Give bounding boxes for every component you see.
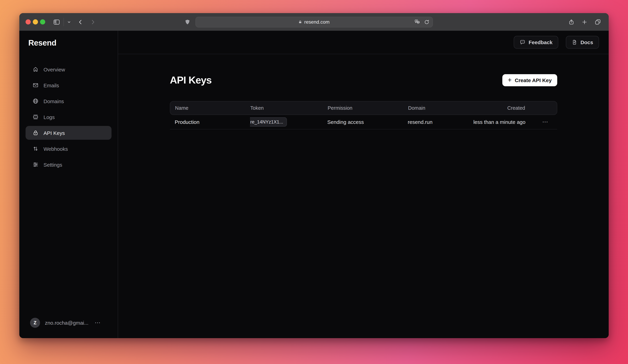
minimize-window-button[interactable] <box>33 19 38 24</box>
sidebar-nav: Overview Emails <box>26 62 111 172</box>
api-key-token-cell: re_14NYz1X1... <box>250 117 327 127</box>
column-header-name: Name <box>170 105 250 111</box>
new-tab-icon[interactable] <box>581 19 588 25</box>
chat-bubble-icon <box>520 39 526 45</box>
app-content: Resend Overview <box>19 31 609 338</box>
feedback-button-label: Feedback <box>529 39 552 45</box>
column-header-token: Token <box>250 105 328 111</box>
docs-button-label: Docs <box>581 39 593 45</box>
create-api-key-label: Create API Key <box>515 77 552 83</box>
api-keys-table: Name Token Permission Domain Created Pro… <box>170 101 557 129</box>
logs-icon <box>32 114 39 120</box>
sidebar-item-domains[interactable]: Domains <box>26 94 111 108</box>
create-api-key-button[interactable]: + Create API Key <box>502 74 557 86</box>
column-header-permission: Permission <box>328 105 408 111</box>
browser-titlebar: resend.com <box>19 13 609 31</box>
share-icon[interactable] <box>568 18 574 25</box>
tab-overview-icon[interactable] <box>595 19 601 25</box>
url-text: resend.com <box>304 19 329 25</box>
table-header: Name Token Permission Domain Created <box>170 101 557 115</box>
sidebar-item-webhooks[interactable]: Webhooks <box>26 142 111 156</box>
address-bar[interactable]: resend.com <box>195 17 433 27</box>
avatar[interactable]: Z <box>30 318 40 328</box>
titlebar-divider <box>64 18 64 26</box>
sidebar-item-overview[interactable]: Overview <box>26 62 111 76</box>
sidebar-item-label: Overview <box>44 66 65 72</box>
traffic-lights <box>26 19 45 24</box>
sidebar-item-label: Webhooks <box>44 146 68 152</box>
plus-icon: + <box>508 77 512 83</box>
sidebar-item-api-keys[interactable]: API Keys <box>26 126 111 140</box>
translate-icon[interactable] <box>414 19 420 25</box>
column-header-created: Created <box>470 105 533 111</box>
sidebar-item-label: Emails <box>44 82 59 88</box>
lock-icon <box>32 130 39 136</box>
privacy-shield-icon[interactable] <box>184 18 191 25</box>
zoom-window-button[interactable] <box>40 19 45 24</box>
back-button[interactable] <box>77 19 83 25</box>
page-title: API Keys <box>170 75 212 86</box>
account-email: zno.rocha@gmai... <box>45 320 88 326</box>
document-icon <box>572 39 577 45</box>
api-key-created: less than a minute ago <box>470 119 533 125</box>
sidebar-item-label: Settings <box>44 162 62 168</box>
stage: resend.com <box>0 0 628 364</box>
sidebar-item-settings[interactable]: Settings <box>26 158 111 172</box>
api-key-permission: Sending access <box>327 119 408 125</box>
api-key-name: Production <box>170 119 250 125</box>
account-row[interactable]: Z zno.rocha@gmai... ⋯ <box>26 318 111 328</box>
lock-icon <box>299 20 302 24</box>
resend-logo: Resend <box>26 38 111 48</box>
docs-button[interactable]: Docs <box>566 36 599 49</box>
sidebar-item-logs[interactable]: Logs <box>26 110 111 124</box>
close-window-button[interactable] <box>26 19 31 24</box>
sidebar-item-label: API Keys <box>44 130 65 136</box>
browser-window: resend.com <box>19 13 609 338</box>
sidebar: Resend Overview <box>19 31 118 338</box>
page-content: API Keys + Create API Key Name Token Per… <box>118 54 609 129</box>
main-panel: Feedback Docs <box>118 31 609 338</box>
top-header: Feedback Docs <box>118 31 609 54</box>
api-key-domain: resend.run <box>408 119 470 125</box>
reload-icon[interactable] <box>424 19 429 25</box>
sidebar-toggle-icon[interactable] <box>53 18 60 26</box>
globe-icon <box>32 98 39 104</box>
mail-icon <box>32 82 39 88</box>
sidebar-item-emails[interactable]: Emails <box>26 78 111 92</box>
sidebar-item-label: Logs <box>44 114 55 120</box>
chevron-down-icon[interactable] <box>67 20 71 24</box>
forward-button[interactable] <box>90 19 96 25</box>
account-menu-icon[interactable]: ⋯ <box>95 320 100 326</box>
row-actions-menu-icon[interactable]: ⋯ <box>533 118 557 125</box>
home-icon <box>32 66 39 72</box>
column-header-domain: Domain <box>408 105 470 111</box>
sidebar-item-label: Domains <box>44 98 64 104</box>
token-chip[interactable]: re_14NYz1X1... <box>250 117 287 127</box>
arrows-up-down-icon <box>32 146 39 152</box>
sliders-icon <box>32 162 39 168</box>
table-row: Production re_14NYz1X1... Sending access… <box>170 115 557 129</box>
feedback-button[interactable]: Feedback <box>514 36 558 49</box>
